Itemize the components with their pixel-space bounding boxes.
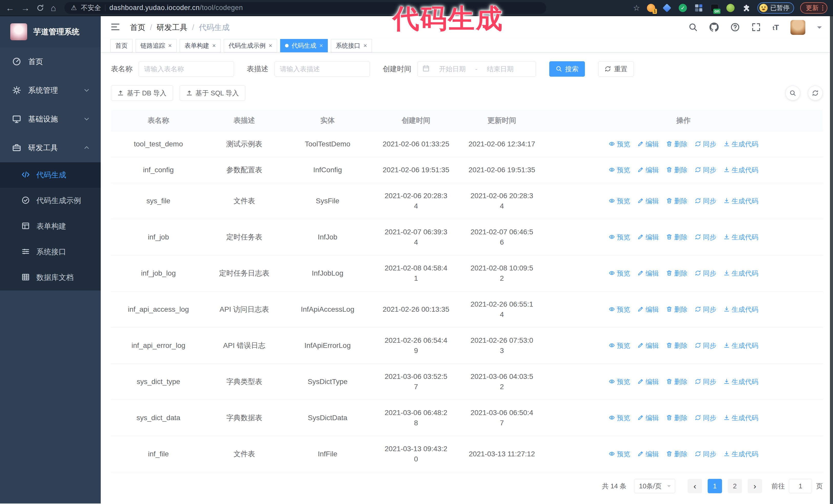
sync-link[interactable]: 同步: [695, 413, 716, 423]
tab-tracing[interactable]: 链路追踪×: [136, 39, 176, 52]
sidebar-item-devtools[interactable]: 研发工具: [0, 134, 101, 162]
toggle-search-button[interactable]: [785, 86, 800, 100]
delete-link[interactable]: 删除: [666, 196, 688, 206]
sync-link[interactable]: 同步: [695, 232, 716, 242]
tab-home[interactable]: 首页: [111, 39, 133, 52]
page-size-select[interactable]: 10条/页: [634, 479, 675, 493]
generate-code-link[interactable]: 生成代码: [723, 413, 758, 423]
sync-link[interactable]: 同步: [695, 196, 716, 206]
address-bar[interactable]: ⚠ 不安全 dashboard.yudao.iocoder.cn/tool/co…: [64, 2, 546, 14]
submenu-item-codegen-example[interactable]: 代码生成示例: [0, 188, 101, 214]
edit-link[interactable]: 编辑: [638, 449, 659, 459]
browser-profile-chip[interactable]: 已暂停: [757, 2, 794, 14]
preview-link[interactable]: 预览: [609, 340, 630, 351]
sync-link[interactable]: 同步: [695, 377, 716, 387]
preview-link[interactable]: 预览: [609, 304, 630, 315]
extension-orange-icon[interactable]: 1: [646, 3, 656, 13]
sync-link[interactable]: 同步: [695, 340, 716, 351]
page-button-2[interactable]: 2: [728, 479, 742, 493]
delete-link[interactable]: 删除: [666, 232, 688, 242]
extensions-puzzle-icon[interactable]: [741, 3, 751, 13]
tab-close-icon[interactable]: ×: [319, 42, 323, 49]
generate-code-link[interactable]: 生成代码: [723, 196, 758, 206]
end-date-input[interactable]: [480, 65, 521, 73]
preview-link[interactable]: 预览: [609, 165, 630, 175]
breadcrumb-home[interactable]: 首页: [130, 22, 145, 33]
preview-link[interactable]: 预览: [609, 196, 630, 206]
sidebar-item-home[interactable]: 首页: [0, 47, 101, 76]
preview-link[interactable]: 预览: [609, 268, 630, 279]
delete-link[interactable]: 删除: [666, 139, 688, 149]
app-logo[interactable]: 芋道管理系统: [0, 16, 101, 47]
import-sql-button[interactable]: 基于 SQL 导入: [180, 86, 245, 101]
extension-switch-icon[interactable]: on: [710, 3, 719, 13]
extension-gem-icon[interactable]: [662, 3, 672, 13]
import-db-button[interactable]: 基于 DB 导入: [111, 86, 173, 101]
generate-code-link[interactable]: 生成代码: [723, 165, 758, 175]
tab-form-builder[interactable]: 表单构建×: [180, 39, 221, 52]
sidebar-fold-icon[interactable]: [111, 22, 120, 33]
sync-link[interactable]: 同步: [695, 165, 716, 175]
edit-link[interactable]: 编辑: [638, 232, 659, 242]
tab-codegen-example[interactable]: 代码生成示例×: [224, 39, 277, 52]
user-menu-caret-icon[interactable]: [817, 26, 822, 31]
window-scrollbar[interactable]: [830, 16, 833, 504]
generate-code-link[interactable]: 生成代码: [723, 340, 758, 351]
preview-link[interactable]: 预览: [609, 139, 630, 149]
date-range-picker[interactable]: -: [418, 61, 536, 77]
tab-close-icon[interactable]: ×: [168, 42, 172, 49]
preview-link[interactable]: 预览: [609, 232, 630, 242]
delete-link[interactable]: 删除: [666, 413, 688, 423]
edit-link[interactable]: 编辑: [638, 377, 659, 387]
tab-close-icon[interactable]: ×: [269, 42, 272, 49]
sync-link[interactable]: 同步: [695, 304, 716, 315]
delete-link[interactable]: 删除: [666, 377, 688, 387]
font-size-icon[interactable]: tT: [772, 23, 779, 32]
reset-button[interactable]: 重置: [598, 61, 634, 77]
tab-close-icon[interactable]: ×: [212, 42, 216, 49]
help-icon[interactable]: [731, 23, 740, 32]
table-desc-input[interactable]: [275, 61, 370, 77]
tab-codegen[interactable]: 代码生成×: [280, 39, 328, 52]
next-page-button[interactable]: ›: [748, 479, 762, 493]
generate-code-link[interactable]: 生成代码: [723, 304, 758, 315]
generate-code-link[interactable]: 生成代码: [723, 268, 758, 279]
goto-page-input[interactable]: [789, 479, 812, 493]
breadcrumb-devtools[interactable]: 研发工具: [157, 22, 187, 33]
extension-grid-icon[interactable]: [694, 3, 704, 13]
preview-link[interactable]: 预览: [609, 377, 630, 387]
submenu-item-form-builder[interactable]: 表单构建: [0, 214, 101, 239]
delete-link[interactable]: 删除: [666, 340, 688, 351]
sync-link[interactable]: 同步: [695, 449, 716, 459]
refresh-table-button[interactable]: [808, 86, 823, 100]
generate-code-link[interactable]: 生成代码: [723, 449, 758, 459]
sync-link[interactable]: 同步: [695, 139, 716, 149]
browser-menu-icon[interactable]: [822, 5, 823, 10]
submenu-item-db-doc[interactable]: 数据库文档: [0, 265, 101, 290]
sidebar-item-infra[interactable]: 基础设施: [0, 105, 101, 134]
delete-link[interactable]: 删除: [666, 268, 688, 279]
sidebar-item-system[interactable]: 系统管理: [0, 76, 101, 105]
generate-code-link[interactable]: 生成代码: [723, 232, 758, 242]
edit-link[interactable]: 编辑: [638, 139, 659, 149]
bookmark-star-icon[interactable]: ☆: [633, 3, 640, 12]
edit-link[interactable]: 编辑: [638, 340, 659, 351]
start-date-input[interactable]: [432, 65, 473, 73]
browser-home-icon[interactable]: ⌂: [51, 4, 56, 12]
browser-update-button[interactable]: 更新: [800, 2, 827, 14]
tab-close-icon[interactable]: ×: [363, 42, 367, 49]
edit-link[interactable]: 编辑: [638, 413, 659, 423]
tab-system-api[interactable]: 系统接口×: [331, 39, 372, 52]
header-search-icon[interactable]: [688, 23, 698, 32]
submenu-item-system-api[interactable]: 系统接口: [0, 239, 101, 265]
prev-page-button[interactable]: ‹: [688, 479, 702, 493]
generate-code-link[interactable]: 生成代码: [723, 139, 758, 149]
edit-link[interactable]: 编辑: [638, 268, 659, 279]
sync-link[interactable]: 同步: [695, 268, 716, 279]
extension-check-icon[interactable]: ✓: [678, 3, 688, 13]
user-avatar[interactable]: [790, 20, 805, 35]
browser-forward-icon[interactable]: →: [21, 4, 30, 12]
edit-link[interactable]: 编辑: [638, 196, 659, 206]
table-name-input[interactable]: [139, 61, 234, 77]
edit-link[interactable]: 编辑: [638, 304, 659, 315]
